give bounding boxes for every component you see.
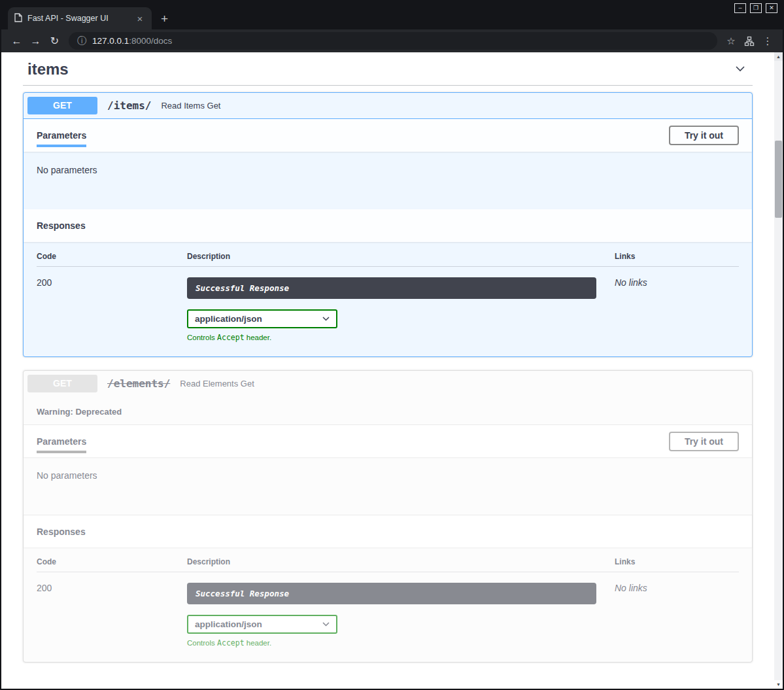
responses-header: Responses	[24, 209, 752, 242]
response-description-cell: Successful Response application/json Con…	[187, 277, 615, 342]
responses-header: Responses	[24, 515, 752, 547]
address-bar[interactable]: ⓘ 127.0.0.1:8000/docs	[69, 32, 717, 50]
forward-icon[interactable]: →	[27, 32, 44, 50]
tab-strip: Fast API - Swagger UI × +	[1, 7, 783, 29]
links-column-header: Links	[615, 557, 739, 566]
opblock-summary[interactable]: GET /items/ Read Items Get	[24, 93, 752, 119]
accept-note-prefix: Controls	[187, 639, 217, 647]
parameters-tab: Parameters	[37, 436, 86, 447]
page-favicon-icon	[14, 13, 22, 24]
no-parameters-text: No parameters	[37, 165, 97, 175]
accept-note-code: Accept	[217, 638, 245, 647]
parameters-body: No parameters	[24, 152, 752, 209]
accept-note-code: Accept	[217, 333, 245, 342]
response-code: 200	[37, 277, 187, 288]
accept-note-suffix: header.	[245, 639, 272, 647]
links-column-header: Links	[615, 252, 739, 261]
responses-body: Code Description Links 200 Successful Re…	[24, 547, 752, 662]
endpoint-path: /elements/	[107, 377, 170, 390]
no-parameters-text: No parameters	[37, 470, 97, 481]
endpoint-summary: Read Elements Get	[180, 379, 254, 388]
browser-window: Fast API - Swagger UI × + – ❐ ✕ ← → ↻ ⓘ …	[0, 0, 784, 690]
accept-note-suffix: header.	[245, 334, 272, 341]
method-badge: GET	[27, 375, 97, 392]
section-collapse-button[interactable]	[732, 61, 748, 78]
tag-section-header[interactable]: items	[23, 58, 753, 86]
new-tab-button[interactable]: +	[161, 12, 168, 25]
url-text: 127.0.0.1:8000/docs	[92, 36, 172, 46]
response-row: 200 Successful Response application/json…	[37, 572, 739, 647]
swagger-docs: items GET /items/ Read Items Get Paramet…	[1, 52, 774, 689]
site-info-icon[interactable]: ⓘ	[77, 35, 86, 47]
scrollbar-down-icon[interactable]: ▼	[774, 680, 783, 689]
media-type-select[interactable]: application/json	[187, 309, 337, 328]
scrollbar-up-icon[interactable]: ▲	[774, 52, 783, 61]
description-column-header: Description	[187, 557, 615, 566]
opblock-summary[interactable]: GET /elements/ Read Elements Get	[24, 371, 752, 396]
reload-icon[interactable]: ↻	[46, 32, 63, 50]
bookmark-star-icon[interactable]: ☆	[723, 33, 740, 50]
browser-toolbar: ← → ↻ ⓘ 127.0.0.1:8000/docs ☆ ⋮	[1, 29, 783, 52]
accept-note-prefix: Controls	[187, 334, 217, 341]
page-content: items GET /items/ Read Items Get Paramet…	[1, 52, 783, 689]
responses-body: Code Description Links 200 Successful Re…	[24, 242, 752, 356]
media-type-select[interactable]: application/json	[187, 615, 337, 634]
vertical-scrollbar[interactable]: ▲ ▼	[774, 52, 783, 689]
responses-title: Responses	[37, 526, 86, 537]
accept-header-note: Controls Accept header.	[187, 333, 615, 342]
opblock-get-items: GET /items/ Read Items Get Parameters Tr…	[23, 92, 753, 357]
close-button[interactable]: ✕	[766, 3, 777, 13]
select-chevron-icon	[322, 317, 330, 321]
method-badge: GET	[27, 97, 97, 114]
deprecated-warning: Warning: Deprecated	[24, 396, 752, 424]
try-it-out-button[interactable]: Try it out	[669, 126, 739, 145]
response-links: No links	[615, 277, 739, 288]
network-icon[interactable]	[741, 33, 758, 50]
response-description-cell: Successful Response application/json Con…	[187, 583, 615, 647]
response-row: 200 Successful Response application/json…	[37, 267, 739, 342]
scrollbar-thumb[interactable]	[775, 141, 782, 218]
response-description: Successful Response	[187, 277, 596, 299]
code-column-header: Code	[37, 557, 187, 566]
maximize-button[interactable]: ❐	[750, 3, 762, 13]
responses-table-header: Code Description Links	[37, 252, 739, 267]
response-links: No links	[615, 583, 739, 593]
browser-tab[interactable]: Fast API - Swagger UI ×	[8, 7, 152, 29]
responses-table-header: Code Description Links	[37, 557, 739, 572]
endpoint-summary: Read Items Get	[161, 101, 220, 111]
parameters-tab: Parameters	[37, 130, 86, 141]
parameters-header: Parameters Try it out	[24, 119, 752, 152]
endpoint-path: /items/	[107, 99, 151, 112]
code-column-header: Code	[37, 252, 187, 261]
parameters-body: No parameters	[24, 457, 752, 515]
chevron-down-icon	[734, 62, 747, 75]
select-chevron-icon	[322, 622, 330, 627]
titlebar: Fast API - Swagger UI × + – ❐ ✕	[1, 0, 783, 29]
menu-icon[interactable]: ⋮	[759, 33, 776, 50]
window-controls: – ❐ ✕	[734, 3, 777, 13]
accept-header-note: Controls Accept header.	[187, 638, 615, 647]
media-type-value: application/json	[195, 619, 262, 629]
responses-title: Responses	[37, 220, 86, 231]
opblock-get-elements-deprecated: GET /elements/ Read Elements Get Warning…	[23, 370, 753, 663]
minimize-button[interactable]: –	[734, 3, 746, 13]
back-icon[interactable]: ←	[8, 32, 26, 50]
url-path: :8000/docs	[129, 36, 172, 46]
description-column-header: Description	[187, 252, 615, 261]
url-host: 127.0.0.1	[92, 36, 129, 46]
response-code: 200	[37, 583, 187, 593]
try-it-out-button[interactable]: Try it out	[669, 432, 739, 451]
tab-close-icon[interactable]: ×	[135, 13, 145, 24]
media-type-value: application/json	[195, 314, 262, 324]
parameters-header: Parameters Try it out	[24, 424, 752, 457]
tab-title: Fast API - Swagger UI	[27, 14, 129, 23]
tag-section-title: items	[27, 60, 69, 78]
response-description: Successful Response	[187, 583, 596, 604]
